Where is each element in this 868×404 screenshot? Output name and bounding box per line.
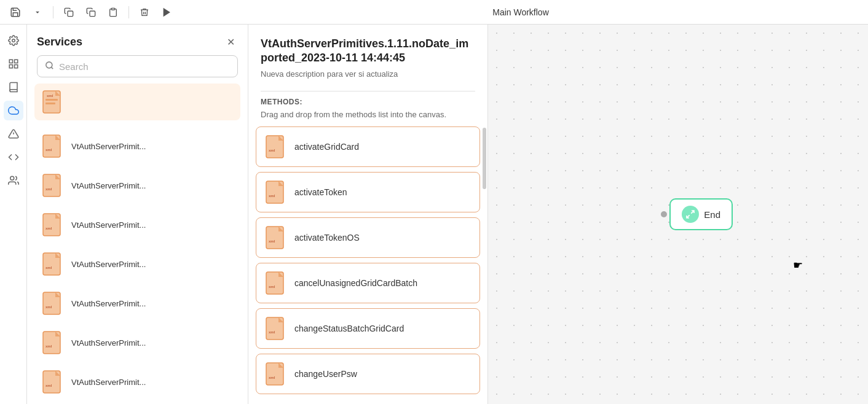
list-item[interactable]: xml VtAuthServerPrimit... [34, 363, 240, 400]
svg-point-11 [10, 176, 14, 180]
sidebar-item-team[interactable] [4, 171, 23, 190]
svg-text:xml: xml [269, 330, 275, 334]
detail-divider [261, 91, 475, 91]
search-box [37, 55, 238, 77]
dropdown-button[interactable] [28, 3, 47, 21]
service-item-name: VtAuthServerPrimit... [71, 142, 146, 151]
xml-file-icon: xml [265, 180, 287, 204]
xml-file-icon: xml [42, 134, 64, 158]
svg-text:xml: xml [45, 384, 52, 387]
method-name: activateTokenOS [294, 233, 360, 243]
sidebar-item-settings[interactable] [4, 31, 23, 50]
services-panel: Services ✕ [27, 25, 248, 404]
list-item[interactable]: xml VtAuthServerPrimit... [34, 324, 240, 361]
close-button[interactable]: ✕ [223, 34, 238, 49]
sidebar-item-library[interactable] [4, 77, 23, 97]
list-item[interactable]: xml item [34, 84, 240, 120]
paste-button[interactable] [104, 3, 122, 21]
service-item-name: VtAuthServerPrimit... [71, 378, 146, 387]
method-item[interactable]: xml activateTokenOS [256, 217, 480, 258]
end-node[interactable]: End [661, 198, 733, 230]
xml-file-icon: xml [42, 90, 64, 114]
svg-text:xml: xml [269, 194, 275, 198]
xml-file-icon: xml [265, 134, 287, 159]
method-item[interactable]: xml activateToken [256, 172, 480, 212]
copy-button-2[interactable] [82, 3, 100, 21]
xml-file-icon: xml [42, 370, 64, 394]
service-item-name: VtAuthServerPrimit... [71, 260, 146, 269]
method-item[interactable]: xml changeUserPsw [256, 354, 480, 394]
run-button[interactable] [157, 3, 176, 21]
list-item[interactable]: xml VtAuthServerPrimit... [34, 128, 240, 165]
svg-point-4 [12, 39, 15, 42]
search-container [27, 55, 248, 84]
svg-text:xml: xml [47, 94, 53, 98]
method-item[interactable]: xml activateGridCard [256, 126, 480, 167]
main-area: Services ✕ [0, 25, 868, 404]
list-item[interactable]: xml VtAuthServerPrimit... [34, 167, 240, 204]
xml-file-icon: xml [265, 225, 287, 250]
methods-list: xml activateGridCard xml activateToken [248, 126, 487, 404]
services-title: Services [37, 36, 82, 49]
svg-rect-8 [14, 65, 17, 68]
search-input[interactable] [59, 61, 230, 72]
xml-file-icon: xml [42, 252, 64, 276]
svg-text:xml: xml [45, 266, 52, 270]
service-item-name: VtAuthServerPrimit... [71, 299, 146, 308]
svg-rect-0 [68, 11, 73, 17]
services-header: Services ✕ [27, 25, 248, 55]
xml-file-icon: xml [42, 212, 64, 237]
method-name: changeUserPsw [294, 369, 357, 379]
sidebar-item-layers[interactable] [4, 54, 23, 74]
methods-label: METHODS: [248, 98, 487, 110]
end-node-box[interactable]: End [669, 198, 733, 230]
svg-rect-6 [14, 60, 17, 63]
svg-rect-1 [90, 11, 95, 17]
svg-point-12 [46, 62, 52, 68]
svg-rect-15 [45, 99, 58, 101]
svg-text:xml: xml [269, 376, 275, 379]
scrollbar-track[interactable] [483, 126, 486, 404]
method-item[interactable]: xml changeStatusBatchGridCard [256, 308, 480, 349]
toolbar: Main Workflow [0, 0, 868, 25]
svg-text:xml: xml [269, 285, 275, 289]
list-item[interactable]: xml VtAuthServerPrimit... [34, 285, 240, 322]
svg-marker-3 [164, 9, 169, 16]
search-icon [45, 61, 54, 72]
method-item[interactable]: xml cancelUnasignedGridCardBatch [256, 263, 480, 303]
list-item[interactable]: xml VtAuthServerPrimit... [34, 206, 240, 243]
sidebar-item-code[interactable] [4, 147, 23, 167]
sidebar-item-alert[interactable] [4, 124, 23, 144]
xml-file-icon: xml [265, 362, 287, 386]
copy-button-1[interactable] [60, 3, 78, 21]
service-item-name: VtAuthServerPrimit... [71, 338, 146, 348]
xml-file-icon: xml [42, 330, 64, 355]
delete-button[interactable] [135, 3, 154, 21]
svg-text:xml: xml [45, 344, 52, 348]
svg-text:xml: xml [45, 148, 52, 152]
xml-file-icon: xml [265, 316, 287, 341]
xml-file-icon: xml [265, 271, 287, 295]
svg-text:xml: xml [269, 239, 275, 243]
methods-hint: Drag and drop from the methods list into… [248, 110, 487, 126]
detail-header: VtAuthServerPrimitives.1.11.noDate_impor… [248, 25, 487, 85]
save-button[interactable] [6, 3, 25, 21]
canvas-area[interactable]: End ☛ [488, 25, 868, 404]
scrollbar-thumb[interactable] [483, 128, 486, 189]
end-arrow-icon [682, 206, 699, 223]
service-item-name: VtAuthServerPrimit... [71, 181, 146, 190]
sidebar-item-cloud[interactable] [4, 101, 23, 120]
svg-text:xml: xml [45, 187, 52, 191]
list-item[interactable]: xml VtAuthServerPrimit... [34, 246, 240, 282]
method-name: changeStatusBatchGridCard [294, 324, 404, 333]
icon-sidebar [0, 25, 27, 404]
svg-rect-2 [111, 8, 114, 10]
separator-2 [128, 6, 129, 18]
detail-description: Nueva description para ver si actualiza [261, 69, 475, 79]
svg-text:xml: xml [45, 227, 52, 230]
detail-title: VtAuthServerPrimitives.1.11.noDate_impor… [261, 37, 475, 66]
end-node-label: End [704, 209, 720, 220]
method-name: cancelUnasignedGridCardBatch [294, 278, 417, 288]
separator-1 [53, 6, 53, 18]
connector-dot [661, 211, 667, 217]
